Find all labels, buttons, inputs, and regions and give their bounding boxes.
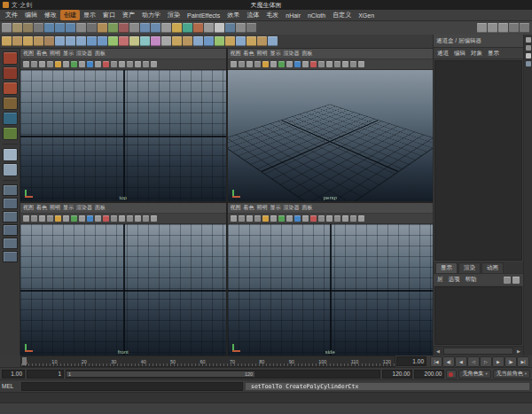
status-line-icon[interactable] (23, 23, 33, 33)
panel-menu-item[interactable]: 显示 (270, 50, 281, 58)
panel-toolbar-icon[interactable] (87, 61, 93, 67)
panel-menu-item[interactable]: 面板 (95, 50, 106, 58)
status-line-icon[interactable] (204, 23, 214, 33)
panel-menu-item[interactable]: 显示 (63, 50, 74, 58)
modeling-toolkit-icon[interactable] (526, 61, 531, 66)
status-line-icon[interactable] (129, 23, 139, 33)
channel-box-menu-item[interactable]: 对象 (471, 50, 482, 58)
panel-toolbar-icon[interactable] (31, 215, 37, 222)
panel-toolbar-icon[interactable] (71, 215, 77, 222)
shelf-icon[interactable] (98, 36, 107, 46)
panel-toolbar-icon[interactable] (39, 215, 45, 222)
tool-settings-icon[interactable] (526, 45, 531, 51)
panel-toolbar-icon[interactable] (318, 215, 325, 222)
panel-menu-item[interactable]: 着色 (244, 204, 254, 212)
panel-toolbar-icon[interactable] (326, 61, 332, 67)
panel-toolbar-icon[interactable] (270, 215, 277, 222)
status-line-icon[interactable] (246, 23, 256, 33)
go-to-start-button[interactable]: |◀ (430, 356, 442, 367)
panel-toolbar-icon[interactable] (79, 215, 85, 222)
auto-key-button[interactable] (446, 370, 457, 379)
go-to-end-button[interactable]: ▶| (517, 356, 529, 367)
panel-toolbar-icon[interactable] (262, 61, 269, 67)
panel-toolbar-icon[interactable] (119, 215, 125, 222)
scroll-track[interactable] (443, 348, 513, 355)
sidebar-toggle-icon[interactable] (488, 23, 497, 33)
panel-menu-item[interactable]: 视图 (23, 50, 34, 58)
panel-menu-item[interactable]: 面板 (302, 204, 313, 212)
viewport-side[interactable]: side (228, 224, 434, 355)
panel-menu-item[interactable]: 照明 (257, 204, 268, 212)
panel-menu-item[interactable]: 视图 (23, 204, 34, 212)
panel-toolbar-icon[interactable] (111, 61, 117, 67)
sidebar-toggle-icon[interactable] (520, 23, 529, 33)
panel-menu-item[interactable]: 照明 (50, 50, 60, 58)
shelf-icon[interactable] (23, 36, 33, 46)
panel-toolbar-icon[interactable] (151, 215, 157, 222)
panel-menu-item[interactable]: 照明 (257, 50, 268, 58)
panel-menu-item[interactable]: 渲染器 (76, 50, 92, 58)
panel-toolbar-icon[interactable] (286, 215, 293, 222)
panel-toolbar-icon[interactable] (342, 215, 348, 222)
panel-toolbar-icon[interactable] (31, 61, 37, 67)
character-set-dropdown[interactable]: 无角色集 ▾ (458, 370, 490, 379)
panel-toolbar-icon[interactable] (310, 61, 317, 67)
shelf-icon[interactable] (161, 36, 171, 46)
panel-toolbar-icon[interactable] (23, 215, 29, 222)
layout-single-pane-button[interactable] (3, 184, 18, 196)
scale-tool-icon[interactable] (3, 127, 18, 140)
step-back-button[interactable]: ◀ (455, 356, 467, 367)
current-character-dropdown[interactable]: 无当前角色 ▾ (493, 370, 530, 379)
status-line-icon[interactable] (193, 23, 203, 33)
menu-item[interactable]: 动力学 (138, 10, 164, 20)
panel-toolbar-icon[interactable] (111, 215, 117, 222)
panel-toolbar-icon[interactable] (310, 215, 317, 222)
panel-toolbar-icon[interactable] (103, 61, 109, 67)
shelf-icon[interactable] (193, 36, 203, 46)
panel-toolbar-icon[interactable] (358, 215, 364, 222)
panel-toolbar-icon[interactable] (302, 61, 309, 67)
soft-mod-tool-icon[interactable] (3, 148, 18, 161)
sidebar-toggle-icon[interactable] (509, 23, 519, 33)
layout-persp-uv-button[interactable] (3, 251, 18, 262)
shelf-icon[interactable] (12, 36, 22, 46)
animation-end-field[interactable]: 200.00 (414, 370, 444, 379)
status-line-icon[interactable] (34, 23, 43, 33)
menu-item[interactable]: 流体 (243, 10, 262, 20)
shelf-icon[interactable] (2, 36, 12, 46)
layer-editor-tab[interactable]: 显示 (435, 262, 458, 273)
panel-toolbar-icon[interactable] (286, 61, 293, 67)
panel-toolbar-icon[interactable] (246, 61, 253, 67)
shelf-icon[interactable] (268, 36, 278, 46)
shelf-icon[interactable] (215, 36, 224, 46)
move-tool-icon[interactable] (3, 97, 18, 110)
shelf-icon[interactable] (225, 36, 235, 46)
prev-key-button[interactable]: ◀| (442, 356, 455, 367)
menu-item[interactable]: 渲染 (164, 10, 184, 20)
status-line-icon[interactable] (108, 23, 118, 33)
panel-toolbar-icon[interactable] (143, 61, 149, 67)
paint-select-tool-icon[interactable] (3, 82, 18, 95)
panel-toolbar-icon[interactable] (55, 61, 61, 67)
panel-toolbar-icon[interactable] (47, 215, 53, 222)
shelf-icon[interactable] (55, 36, 65, 46)
scroll-left-icon[interactable]: ◀ (434, 348, 442, 354)
menu-item[interactable]: 文件 (2, 10, 21, 20)
panel-toolbar-icon[interactable] (135, 61, 141, 67)
panel-menu-item[interactable]: 渲染器 (284, 50, 300, 58)
shelf-icon[interactable] (246, 36, 256, 46)
playback-start-field[interactable]: 1 (27, 370, 64, 379)
status-line-icon[interactable] (66, 23, 75, 33)
panel-toolbar-icon[interactable] (326, 215, 332, 222)
show-manipulator-tool-icon[interactable] (3, 163, 18, 176)
panel-toolbar-icon[interactable] (231, 61, 237, 67)
command-input[interactable] (21, 382, 243, 391)
status-line-icon[interactable] (183, 23, 192, 33)
panel-toolbar-icon[interactable] (143, 215, 149, 222)
panel-toolbar-icon[interactable] (95, 61, 101, 67)
shelf-icon[interactable] (119, 36, 129, 46)
panel-toolbar-icon[interactable] (87, 215, 93, 222)
new-layer-icon[interactable] (512, 277, 520, 284)
shelf-icon[interactable] (236, 36, 246, 46)
channel-box-icon[interactable] (526, 53, 531, 59)
